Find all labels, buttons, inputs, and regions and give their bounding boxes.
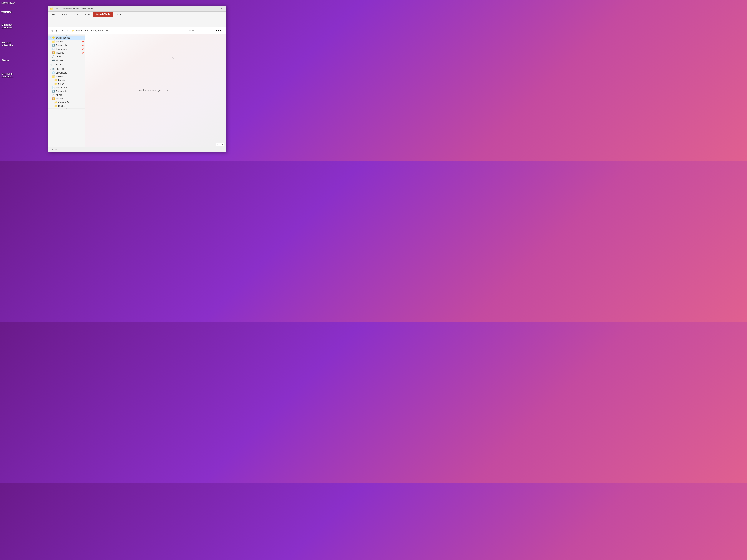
tab-view[interactable]: View — [82, 12, 93, 17]
tab-file[interactable]: File — [49, 12, 58, 17]
downloads-icon: ⬇️ — [52, 44, 55, 47]
sidebar-item-documents-pc[interactable]: 📄 Documents — [48, 86, 85, 89]
music-pc-label: Music — [56, 94, 62, 96]
videos-label: Videos — [56, 59, 62, 61]
sidebar-item-downloads-pc[interactable]: ⬇️ Downloads — [48, 89, 85, 93]
window-icon: 📁 — [50, 7, 54, 10]
forward-button[interactable]: ▶ — [55, 28, 59, 33]
onedrive-icon: ☁️ — [50, 63, 53, 66]
quick-access-label: Quick access — [56, 36, 70, 39]
status-bar: 0 items — [48, 147, 226, 152]
close-button[interactable]: ✕ — [219, 7, 224, 11]
downloads-pc-icon: ⬇️ — [52, 90, 55, 92]
sidebar-item-desktop-pc[interactable]: 🗂️ Desktop — [48, 75, 85, 78]
steam-label: Steam — [58, 83, 65, 85]
grid-view-button[interactable]: ⊞ — [220, 143, 224, 146]
title-bar: 📁 DDLC - Search Results in Quick access … — [48, 6, 226, 12]
downloads-pin-icon: 📌 — [81, 45, 84, 47]
desktop-folder-icon: 🗂️ — [52, 41, 55, 43]
camera-roll-icon: 📁 — [54, 101, 57, 104]
desktop-pc-icon: 🗂️ — [52, 75, 55, 78]
blox-player-label: Blox Player — [1, 1, 28, 4]
sidebar-item-onedrive[interactable]: ☁️ OneDrive — [48, 63, 85, 66]
sidebar-item-roblox[interactable]: 📁 Roblox — [48, 104, 85, 108]
tab-home[interactable]: Home — [58, 12, 70, 17]
tab-search[interactable]: Search — [113, 12, 126, 17]
music-icon: 🎵 — [52, 55, 55, 58]
this-pc-arrow: ▸ — [50, 68, 51, 70]
sidebar-item-pictures[interactable]: 🖼️ Pictures 📌 — [48, 51, 85, 55]
downloads-pc-label: Downloads — [56, 90, 67, 92]
address-path-text: Search Results in Quick access — [77, 29, 108, 32]
search-dropdown-icon[interactable]: ▾ — [216, 29, 217, 32]
fortnite-folder-icon: 📁 — [54, 79, 57, 81]
this-pc-label: This PC — [56, 68, 64, 70]
sidebar-item-documents[interactable]: 📄 Documents 📌 — [48, 47, 85, 51]
music-label: Music — [56, 55, 62, 58]
steam-label: Steam — [1, 59, 28, 62]
search-refresh-icon[interactable]: ↺ — [217, 29, 220, 32]
back-button[interactable]: ◀ — [49, 28, 54, 33]
recent-button[interactable]: ▾ — [60, 28, 64, 33]
sidebar-item-videos[interactable]: 📹 Videos — [48, 58, 85, 62]
fortnite-label: Fortnite — [58, 79, 66, 81]
sidebar-item-camera-roll[interactable]: 📁 Camera Roll — [48, 101, 85, 104]
up-button[interactable]: ↑ — [65, 28, 70, 33]
address-arrow: > — [108, 29, 110, 32]
3d-objects-icon: 🧊 — [52, 72, 55, 74]
this-pc-icon: 💻 — [52, 68, 55, 70]
sidebar-item-fortnite[interactable]: 📁 Fortnite — [48, 78, 85, 82]
desktop-pc-label: Desktop — [56, 75, 64, 78]
documents-label: Documents — [56, 48, 67, 50]
sidebar-item-desktop[interactable]: 🗂️ Desktop 📌 — [48, 40, 85, 44]
sidebar: ▲ ▸ ⭐ Quick access 🗂️ Desktop 📌 ⬇️ Downl… — [48, 34, 85, 147]
detail-view-button[interactable]: ≡ — [216, 143, 220, 146]
ribbon: File Home Share View Search Tools Search — [48, 12, 226, 27]
window-title: DDLC - Search Results in Quick access — [55, 7, 94, 10]
address-path[interactable]: 📁 > Search Results in Quick access > — [70, 28, 187, 33]
quick-access-arrow: ▸ — [50, 36, 51, 39]
roblox-label: Roblox — [58, 105, 65, 107]
search-box-icons: ▾ ↺ ✕ — [216, 29, 223, 32]
sidebar-scroll-down[interactable]: ▼ — [48, 108, 85, 109]
downloads-label: Downloads — [56, 44, 67, 47]
sidebar-item-pictures-pc[interactable]: 🖼️ Pictures — [48, 97, 85, 101]
desktop-label: Desktop — [56, 41, 64, 43]
content-panel: ↖ No items match your search. ≡ ⊞ — [85, 34, 226, 147]
camera-roll-label: Camera Roll — [58, 101, 71, 104]
tab-share[interactable]: Share — [70, 12, 82, 17]
documents-pin-icon: 📌 — [81, 48, 84, 50]
maximize-button[interactable]: □ — [213, 7, 218, 11]
roblox-folder-icon: 📁 — [54, 105, 57, 107]
search-input[interactable] — [188, 29, 216, 32]
pictures-pin-icon: 📌 — [81, 52, 84, 54]
sidebar-item-music-pc[interactable]: 🎵 Music — [48, 93, 85, 97]
3d-objects-label: 3D Objects — [56, 72, 67, 74]
item-count: 0 items — [50, 148, 57, 151]
pictures-label: Pictures — [56, 52, 64, 54]
search-clear-icon[interactable]: ✕ — [220, 29, 222, 32]
music-pc-icon: 🎵 — [52, 94, 55, 96]
sidebar-item-this-pc[interactable]: ▸ 💻 This PC — [48, 67, 85, 71]
doki-doki-label: Doki DokiLiteratur... — [1, 73, 28, 78]
ribbon-tabs: File Home Share View Search Tools Search — [48, 12, 226, 17]
sidebar-item-3d-objects[interactable]: 🧊 3D Objects — [48, 71, 85, 75]
explorer-window: 📁 DDLC - Search Results in Quick access … — [48, 5, 226, 152]
view-icons: ≡ ⊞ — [216, 143, 224, 146]
sidebar-quick-access[interactable]: ▸ ⭐ Quick access — [48, 36, 85, 40]
sidebar-item-downloads[interactable]: ⬇️ Downloads 📌 — [48, 44, 85, 47]
address-text: > — [75, 29, 77, 32]
search-box-wrapper[interactable]: ▾ ↺ ✕ — [188, 28, 225, 33]
title-bar-left: 📁 DDLC - Search Results in Quick access — [50, 7, 94, 10]
documents-pc-icon: 📄 — [52, 86, 55, 89]
sidebar-item-steam[interactable]: 📁 Steam — [48, 82, 85, 86]
onedrive-label: OneDrive — [54, 63, 63, 66]
ribbon-content — [48, 17, 226, 27]
sidebar-item-music[interactable]: 🎵 Music — [48, 55, 85, 58]
address-bar: ◀ ▶ ▾ ↑ 📁 > Search Results in Quick acce… — [48, 27, 226, 34]
pictures-pc-icon: 🖼️ — [52, 98, 55, 100]
desktop-pin-icon: 📌 — [81, 41, 84, 43]
tab-search-tools[interactable]: Search Tools — [93, 12, 113, 17]
minimize-button[interactable]: ─ — [207, 7, 212, 11]
videos-icon: 📹 — [52, 59, 55, 61]
